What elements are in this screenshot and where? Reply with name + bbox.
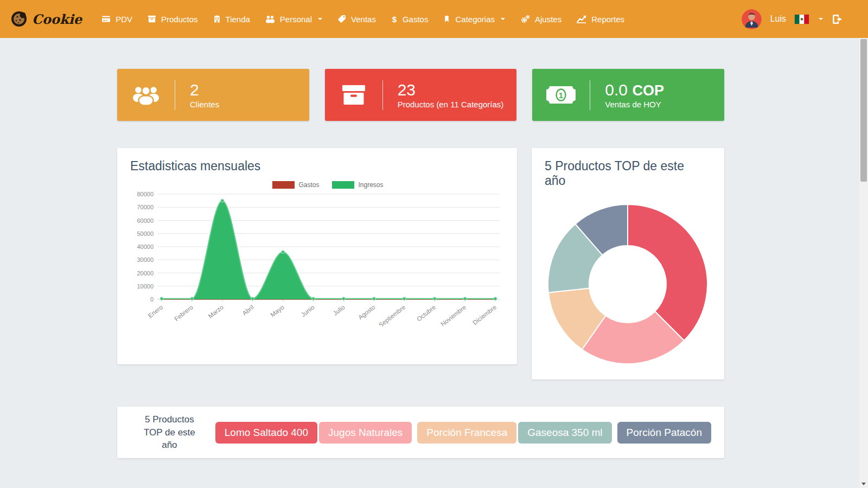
svg-text:Enero: Enero [147,304,164,319]
top-navbar: Cookie PDVProductosTiendaPersonalVentas$… [0,0,868,38]
user-name[interactable]: Luis [770,14,786,24]
currency-unit: COP [632,82,664,99]
nav-item-label: Ajustes [535,15,561,24]
chevron-down-icon [501,18,505,20]
charts-row: Estadisticas mensuales GastosIngresos 01… [117,148,724,380]
svg-text:40000: 40000 [137,243,154,250]
clients-stat-card: 2 Clientes [117,69,309,121]
svg-text:Abril: Abril [241,304,255,317]
svg-text:80000: 80000 [137,191,154,197]
users-group-icon [117,84,175,106]
scrollbar-thumb[interactable] [860,39,867,182]
legend-swatch [272,181,295,189]
dashboard-content: 2 Clientes 23 Productos (en 11 Categoría… [117,69,724,458]
svg-text:Junio: Junio [300,304,316,318]
chart-legend: GastosIngresos [152,181,504,189]
nav-item-ajustes[interactable]: Ajustes [513,0,569,38]
nav-item-personal[interactable]: Personal [258,0,330,38]
nav-item-label: Tienda [226,15,250,24]
legend-item-ingresos[interactable]: Ingresos [332,181,383,189]
legend-swatch [332,181,354,189]
monthly-stats-title: Estadisticas mensuales [130,159,504,174]
products-stat-card: 23 Productos (en 11 Categorías) [325,69,517,121]
stats-row: 2 Clientes 23 Productos (en 11 Categoría… [117,69,724,121]
sales-amount: 0.0 COP [605,81,664,100]
svg-text:70000: 70000 [137,204,154,210]
nav-item-ventas[interactable]: Ventas [330,0,384,38]
top-products-footer-card: 5 Productos TOP de este año Lomo Saltado… [117,407,724,458]
navbar-right: Luis [742,9,868,29]
nav-item-label: PDV [116,15,132,24]
nav-item-categorias[interactable]: Categorias [436,0,513,38]
product-badge-lomo-saltado-400: Lomo Saltado 400 [215,422,317,444]
monthly-stats-card: Estadisticas mensuales GastosIngresos 01… [117,148,517,364]
chart-line-icon [577,15,586,23]
product-badge-gaseosa-350-ml: Gaseosa 350 ml [518,422,611,444]
svg-text:0: 0 [150,296,154,303]
nav-item-pdv[interactable]: PDV [94,0,140,38]
svg-text:Mayo: Mayo [269,304,285,318]
svg-text:Octubre: Octubre [416,304,437,323]
product-badge-porcion-francesa: Porción Francesa [417,422,516,444]
credit-card-icon [101,15,111,23]
svg-text:Noviembre: Noviembre [439,304,467,326]
products-count: 23 [398,81,504,100]
top-products-card: 5 Productos TOP de este año [532,148,724,380]
money-bill-icon: 1 [532,85,590,105]
monthly-line-chart: 0100002000030000400005000060000700008000… [130,190,504,329]
nav-item-label: Categorias [455,15,495,24]
vertical-scrollbar[interactable] [859,38,868,488]
navbar-menu: PDVProductosTiendaPersonalVentas$GastosC… [94,0,632,38]
product-badge-porcion-patacon: Porción Patacón [617,422,711,444]
svg-text:Diciembre: Diciembre [471,304,497,326]
product-badge-jugos-naturales: Jugos Naturales [319,422,412,444]
donut-chart-svg [545,194,711,375]
nav-item-tienda[interactable]: Tienda [206,0,258,38]
svg-text:50000: 50000 [137,230,154,237]
users-icon [265,15,275,23]
product-badges: Lomo Saltado 400Jugos NaturalesPorción F… [215,422,711,444]
svg-text:$: $ [392,15,397,24]
svg-text:Julio: Julio [332,304,346,317]
footer-title: 5 Productos TOP de este año [140,413,199,452]
legend-item-gastos[interactable]: Gastos [272,181,319,189]
store-icon [213,15,221,23]
nav-item-label: Ventas [351,15,376,24]
brand-logo[interactable]: Cookie [0,11,94,27]
nav-item-label: Gastos [403,15,429,24]
bookmark-icon [443,15,450,23]
clients-label: Clientes [190,100,219,109]
user-avatar[interactable] [742,9,762,29]
sales-label: Ventas de HOY [605,100,664,109]
svg-text:1: 1 [559,91,563,100]
legend-label: Ingresos [358,181,383,189]
logout-icon[interactable] [832,14,843,25]
svg-text:Agosto: Agosto [357,304,376,321]
line-chart-svg: 0100002000030000400005000060000700008000… [130,190,504,326]
tag-icon [337,15,346,23]
donut-slice-lomo-saltado-400[interactable] [628,204,707,341]
archive-box-icon [325,84,382,106]
svg-text:60000: 60000 [137,217,154,224]
nav-item-reportes[interactable]: Reportes [569,0,632,38]
nav-item-label: Personal [280,15,312,24]
nav-item-gastos[interactable]: $Gastos [384,0,436,38]
gears-icon [520,15,530,24]
cookie-icon [11,11,27,27]
nav-item-label: Productos [161,15,198,24]
scrollbar-down-arrow-icon[interactable] [861,483,866,485]
product-box-icon [148,15,156,23]
y-axis-labels: 0100002000030000400005000060000700008000… [137,191,154,303]
x-axis-labels: EneroFebreroMarzoAbrilMayoJunioJulioAgos… [147,304,498,326]
products-label: Productos (en 11 Categorías) [398,100,504,109]
svg-text:10000: 10000 [137,283,154,290]
ingresos-area [162,201,495,299]
svg-text:Febrero: Febrero [173,304,194,322]
top-products-donut-chart [545,194,711,377]
nav-item-productos[interactable]: Productos [140,0,206,38]
brand-name: Cookie [32,11,82,27]
language-caret-icon[interactable] [819,18,823,20]
mexico-flag-icon[interactable] [795,15,809,24]
sales-stat-card: 1 0.0 COP Ventas de HOY [532,69,724,121]
svg-text:Marzo: Marzo [207,304,225,319]
